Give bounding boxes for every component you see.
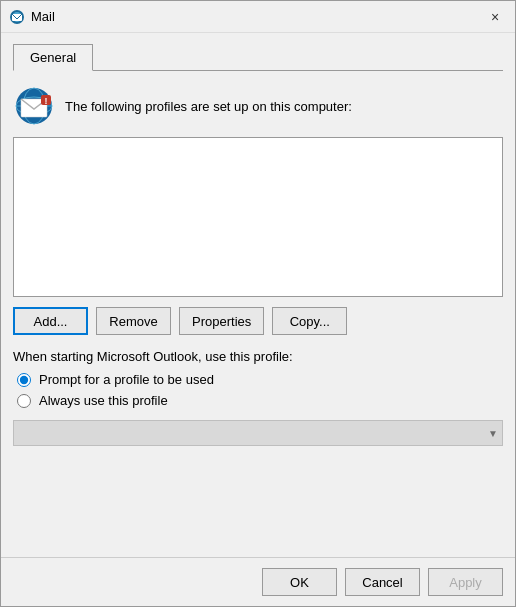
radio-prompt-label: Prompt for a profile to be used	[39, 372, 214, 387]
action-buttons: Add... Remove Properties Copy...	[13, 307, 503, 335]
title-bar: Mail ×	[1, 1, 515, 33]
profile-dropdown[interactable]: ▼	[13, 420, 503, 446]
svg-text:!: !	[45, 96, 48, 106]
radio-group: Prompt for a profile to be used Always u…	[17, 372, 503, 408]
title-bar-left: Mail	[9, 9, 55, 25]
apply-button[interactable]: Apply	[428, 568, 503, 596]
window-title: Mail	[31, 9, 55, 24]
main-content: General ! The following profiles are set…	[1, 33, 515, 557]
startup-label: When starting Microsoft Outlook, use thi…	[13, 349, 503, 364]
bottom-bar: OK Cancel Apply	[1, 557, 515, 606]
close-button[interactable]: ×	[483, 5, 507, 29]
remove-button[interactable]: Remove	[96, 307, 171, 335]
cancel-button[interactable]: Cancel	[345, 568, 420, 596]
tab-strip: General	[13, 43, 503, 71]
radio-always-label: Always use this profile	[39, 393, 168, 408]
tab-general[interactable]: General	[13, 44, 93, 71]
profile-header-text: The following profiles are set up on thi…	[65, 99, 352, 114]
radio-prompt[interactable]: Prompt for a profile to be used	[17, 372, 503, 387]
mail-title-icon	[9, 9, 25, 25]
profile-listbox[interactable]	[13, 137, 503, 297]
profile-header: ! The following profiles are set up on t…	[13, 85, 503, 127]
mail-dialog: Mail × General ! The fo	[0, 0, 516, 607]
dropdown-arrow-icon: ▼	[488, 428, 498, 439]
mail-large-icon: !	[13, 85, 55, 127]
radio-always-input[interactable]	[17, 394, 31, 408]
radio-prompt-input[interactable]	[17, 373, 31, 387]
copy-button[interactable]: Copy...	[272, 307, 347, 335]
ok-button[interactable]: OK	[262, 568, 337, 596]
radio-always[interactable]: Always use this profile	[17, 393, 503, 408]
add-button[interactable]: Add...	[13, 307, 88, 335]
properties-button[interactable]: Properties	[179, 307, 264, 335]
